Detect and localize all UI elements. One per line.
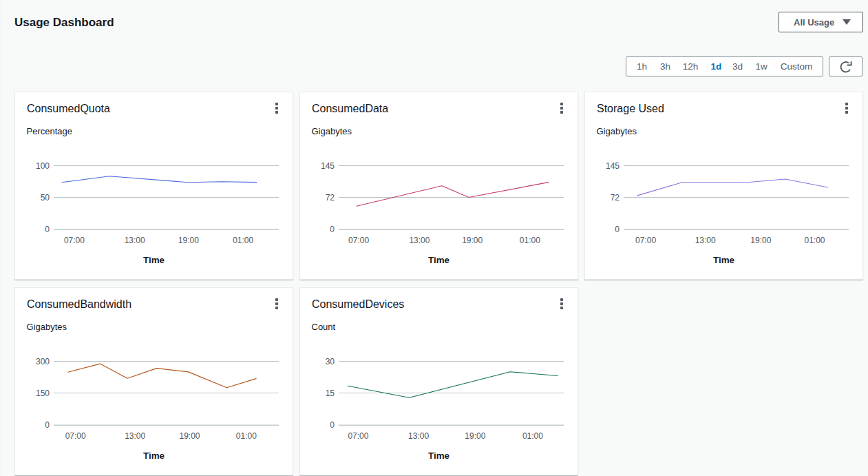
svg-text:ConsumedQuota: ConsumedQuota (27, 103, 110, 114)
svg-text:0: 0 (45, 420, 50, 430)
svg-text:0: 0 (330, 225, 335, 234)
svg-text:145: 145 (606, 161, 620, 171)
svg-text:100: 100 (36, 161, 50, 171)
svg-text:Time: Time (428, 450, 449, 460)
svg-text:145: 145 (321, 161, 335, 171)
svg-text:Gigabytes: Gigabytes (597, 126, 637, 136)
svg-text:150: 150 (36, 389, 50, 398)
svg-text:13:00: 13:00 (695, 236, 716, 245)
svg-text:Gigabytes: Gigabytes (312, 126, 352, 136)
svg-text:19:00: 19:00 (178, 236, 199, 245)
svg-text:ConsumedData: ConsumedData (312, 103, 388, 114)
svg-text:07:00: 07:00 (635, 236, 656, 245)
svg-text:01:00: 01:00 (233, 236, 253, 245)
svg-text:300: 300 (36, 357, 50, 366)
svg-text:19:00: 19:00 (462, 236, 483, 245)
svg-text:13:00: 13:00 (125, 236, 145, 245)
svg-text:Time: Time (428, 255, 449, 265)
svg-text:Gigabytes: Gigabytes (27, 322, 67, 332)
svg-text:Time: Time (143, 255, 165, 265)
svg-text:01:00: 01:00 (520, 236, 540, 245)
svg-text:72: 72 (326, 193, 335, 203)
svg-text:Count: Count (312, 322, 336, 332)
svg-text:01:00: 01:00 (236, 431, 257, 440)
svg-text:0: 0 (615, 225, 620, 234)
svg-text:Percentage: Percentage (27, 126, 73, 136)
svg-text:01:00: 01:00 (804, 236, 825, 245)
svg-text:07:00: 07:00 (348, 431, 368, 440)
svg-text:50: 50 (41, 193, 50, 203)
svg-text:30: 30 (326, 357, 335, 366)
svg-text:ConsumedDevices: ConsumedDevices (312, 298, 404, 309)
svg-text:0: 0 (330, 420, 335, 430)
svg-text:19:00: 19:00 (179, 431, 200, 440)
svg-text:13:00: 13:00 (408, 431, 429, 440)
svg-text:07:00: 07:00 (65, 431, 86, 440)
svg-text:0: 0 (45, 225, 50, 234)
svg-text:01:00: 01:00 (522, 431, 543, 440)
svg-text:07:00: 07:00 (348, 236, 369, 245)
svg-text:Time: Time (713, 255, 734, 265)
svg-text:13:00: 13:00 (125, 431, 145, 440)
svg-text:15: 15 (326, 389, 335, 398)
svg-text:72: 72 (611, 193, 620, 203)
svg-text:13:00: 13:00 (409, 236, 430, 245)
svg-text:07:00: 07:00 (64, 236, 85, 245)
svg-text:Time: Time (143, 450, 165, 460)
svg-text:ConsumedBandwidth: ConsumedBandwidth (27, 298, 131, 309)
svg-text:Storage Used: Storage Used (597, 103, 664, 114)
svg-text:19:00: 19:00 (465, 431, 485, 440)
svg-text:19:00: 19:00 (750, 236, 771, 245)
